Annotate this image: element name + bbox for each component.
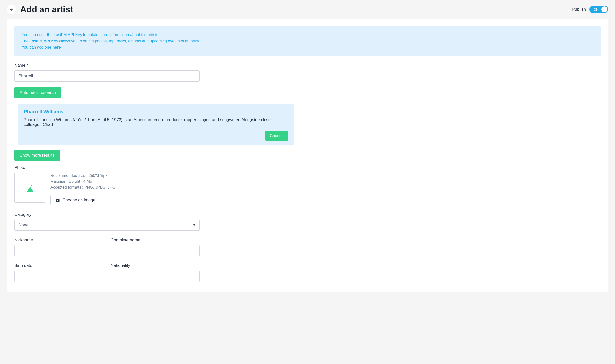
choose-image-label: Choose an image bbox=[62, 198, 95, 202]
name-label: Name * bbox=[14, 63, 601, 68]
photo-label: Photo bbox=[14, 165, 601, 170]
image-placeholder-icon bbox=[25, 183, 35, 192]
nickname-input[interactable] bbox=[14, 245, 103, 256]
photo-size-text: Recommended size : 250*375px bbox=[50, 173, 115, 179]
publish-label: Publish bbox=[572, 7, 586, 12]
complete-name-label: Complete name bbox=[111, 238, 200, 243]
photo-weight-text: Maximum weight : 4 Mo bbox=[50, 179, 115, 184]
banner-line-3: You can add one here. bbox=[22, 44, 593, 51]
svg-marker-2 bbox=[27, 187, 34, 192]
name-input[interactable] bbox=[14, 70, 200, 82]
result-description: Pharrell Lanscilo Williams (/fəˈrɛl/; bo… bbox=[24, 117, 288, 127]
birth-date-input[interactable] bbox=[14, 271, 103, 282]
search-result-card: Pharrell Williams Pharrell Lanscilo Will… bbox=[18, 104, 294, 145]
category-select[interactable]: None bbox=[14, 220, 200, 231]
complete-name-input[interactable] bbox=[111, 245, 200, 256]
arrow-left-icon bbox=[9, 7, 13, 11]
nickname-label: Nickname bbox=[14, 238, 103, 243]
result-title: Pharrell Williams bbox=[24, 109, 288, 115]
svg-point-3 bbox=[57, 200, 58, 201]
nationality-input[interactable] bbox=[111, 271, 200, 282]
choose-image-button[interactable]: Choose an image bbox=[50, 195, 100, 205]
toggle-on-label: ON bbox=[594, 8, 599, 11]
publish-toggle[interactable]: ON bbox=[589, 6, 608, 13]
banner-line-3-suffix: . bbox=[61, 45, 62, 49]
banner-here-link[interactable]: here bbox=[52, 45, 61, 49]
choose-result-button[interactable]: Choose bbox=[265, 131, 288, 141]
birth-date-label: Birth date bbox=[14, 263, 103, 268]
info-banner: You can enter the LastFM API Key to obta… bbox=[14, 26, 601, 56]
banner-line-1: You can enter the LastFM API Key to obta… bbox=[22, 32, 593, 38]
category-label: Category bbox=[14, 212, 601, 217]
show-more-results-button[interactable]: Show more results bbox=[14, 150, 60, 161]
toggle-knob bbox=[601, 6, 607, 12]
main-card: You can enter the LastFM API Key to obta… bbox=[7, 19, 608, 292]
photo-preview[interactable] bbox=[14, 173, 46, 203]
photo-formats-text: Accepted formats : PNG, JPEG, JPG bbox=[50, 184, 115, 190]
back-button[interactable] bbox=[7, 5, 16, 14]
camera-icon bbox=[55, 198, 60, 202]
banner-line-3-prefix: You can add one bbox=[22, 45, 52, 49]
page-title: Add an artist bbox=[20, 4, 73, 14]
banner-line-2: The LastFM API Key allows you to obtain … bbox=[22, 38, 593, 44]
automatic-research-button[interactable]: Automatic research bbox=[14, 87, 61, 98]
nationality-label: Nationality bbox=[111, 263, 200, 268]
svg-point-1 bbox=[31, 185, 32, 186]
